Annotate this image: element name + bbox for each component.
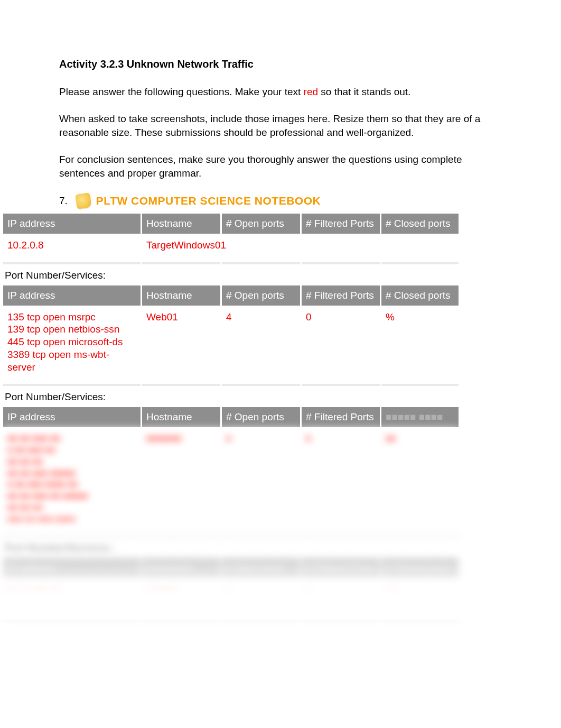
- col-filtered-ports: # Filtered Ports: [302, 214, 380, 235]
- table-header-row: IP address Hostname # Open ports # Filte…: [3, 285, 459, 307]
- cell-closed-blurred: ■■: [381, 428, 459, 537]
- cell-closed-blurred: ■■: [381, 579, 459, 620]
- col-hostname: Hostname: [142, 558, 220, 579]
- col-filtered-ports: # Filtered Ports: [302, 407, 380, 428]
- cell-hostname-blurred: ■■■■■■■: [142, 428, 220, 537]
- port-services-label: Port Number/Services:: [2, 264, 451, 285]
- col-hostname: Hostname: [142, 285, 220, 307]
- col-closed-ports: # Closed ports: [381, 285, 459, 307]
- cell-ip-blurred: ■■ ■■ ■■■ ■■ ■ ■■ ■■■ ■■ ■■ ■■ ■■ ■■ ■■ …: [3, 428, 141, 537]
- col-ip: IP address: [3, 558, 141, 579]
- cell-hostname-blurred: ■■■■■■: [142, 579, 220, 620]
- table-header-row: IP address Hostname # Open ports # Filte…: [3, 558, 459, 579]
- scan-table-2: IP address Hostname # Open ports # Filte…: [2, 285, 451, 408]
- col-open-ports: # Open ports: [222, 285, 300, 307]
- cell-filtered: [302, 235, 380, 264]
- cell-closed: [381, 235, 459, 264]
- table-row: ■■ ■■ ■■■ ■■ ■ ■■ ■■■ ■■ ■■ ■■ ■■ ■■ ■■ …: [3, 428, 459, 537]
- cell-ip: 135 tcp open msrpc 139 tcp open netbios-…: [3, 307, 141, 386]
- notebook-title: PLTW COMPUTER SCIENCE NOTEBOOK: [96, 195, 321, 207]
- table-header-row: IP address Hostname # Open ports # Filte…: [3, 407, 459, 428]
- col-filtered-ports: # Filtered Ports: [302, 285, 380, 307]
- cell-open-blurred: ■: [222, 579, 300, 620]
- intro-p1-red: red: [304, 86, 318, 97]
- cell-open: [222, 235, 300, 264]
- intro-paragraph-2: When asked to take screenshots, include …: [59, 112, 502, 140]
- cell-hostname: Web01: [142, 307, 220, 386]
- table-header-row: IP address Hostname # Open ports # Filte…: [3, 214, 459, 235]
- scan-table-3: IP address Hostname # Open ports # Filte…: [2, 407, 451, 428]
- col-open-ports: # Open ports: [222, 558, 300, 579]
- col-hostname: Hostname: [142, 214, 220, 235]
- table-row: 135 tcp open msrpc 139 tcp open netbios-…: [3, 307, 459, 386]
- col-ip: IP address: [3, 285, 141, 307]
- notebook-heading-row: 7. PLTW COMPUTER SCIENCE NOTEBOOK: [59, 193, 502, 208]
- col-ip: IP address: [3, 407, 141, 428]
- scan-table-1: IP address Hostname # Open ports # Filte…: [2, 214, 451, 285]
- col-hostname: Hostname: [142, 407, 220, 428]
- scan-table-4-blurred: IP address Hostname # Open ports # Filte…: [2, 558, 451, 620]
- col-open-ports: # Open ports: [222, 407, 300, 428]
- cell-filtered: 0: [302, 307, 380, 386]
- intro-p1b: so that it stands out.: [318, 86, 410, 97]
- col-filtered-ports: # Filtered Ports: [302, 558, 380, 579]
- intro-paragraph-3: For conclusion sentences, make sure you …: [59, 153, 502, 181]
- cell-open-blurred: ■: [222, 428, 300, 537]
- intro-paragraph-1: Please answer the following questions. M…: [59, 85, 502, 99]
- cell-ip: 10.2.0.8: [3, 235, 141, 264]
- col-closed-ports: # Closed ports: [381, 214, 459, 235]
- table-row: 10.2.0.8 TargetWindows01: [3, 235, 459, 264]
- table-row: ■■ ■■ ■■■ ■■ ■ ■■ ■■■ ■■ ■■■■■■ ■ ■ ■■: [3, 579, 459, 620]
- port-services-label-blurred: Port Number/Services:: [2, 537, 451, 558]
- cell-open: 4: [222, 307, 300, 386]
- port-services-label: Port Number/Services:: [2, 386, 451, 407]
- cell-closed: %: [381, 307, 459, 386]
- sticky-note-icon: [75, 192, 92, 209]
- col-closed-ports-blurred: ■■■■■ ■■■■: [381, 407, 459, 428]
- cell-filtered-blurred: ■: [302, 579, 380, 620]
- col-closed-ports: # Closed ports: [381, 558, 459, 579]
- col-ip: IP address: [3, 214, 141, 235]
- blurred-preview-region: ■■ ■■ ■■■ ■■ ■ ■■ ■■■ ■■ ■■ ■■ ■■ ■■ ■■ …: [0, 428, 561, 620]
- intro-p1a: Please answer the following questions. M…: [59, 86, 304, 97]
- cell-filtered-blurred: ■: [302, 428, 380, 537]
- activity-title: Activity 3.2.3 Unknown Network Traffic: [59, 58, 502, 70]
- col-open-ports: # Open ports: [222, 214, 300, 235]
- cell-ip-blurred: ■■ ■■ ■■■ ■■ ■ ■■ ■■■ ■■: [3, 579, 141, 620]
- cell-hostname: TargetWindows01: [142, 235, 220, 264]
- list-number: 7.: [59, 195, 68, 207]
